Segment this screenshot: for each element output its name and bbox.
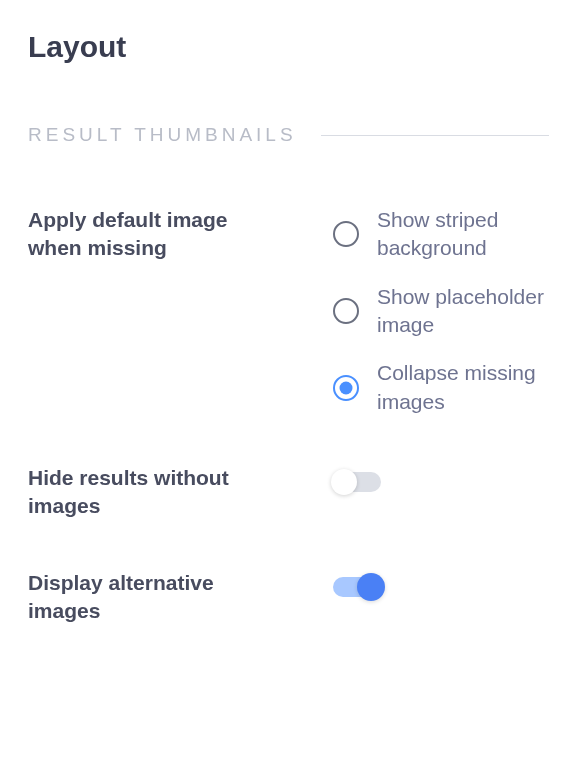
setting-label-default-image: Apply default image when missing [28, 206, 253, 263]
toggle-knob [357, 573, 385, 601]
radio-label: Show striped background [377, 206, 549, 263]
toggle-knob [331, 469, 357, 495]
setting-display-alternative: Display alternative images [28, 569, 549, 626]
section-header: RESULT THUMBNAILS [28, 124, 549, 146]
radio-label: Show placeholder image [377, 283, 549, 340]
setting-control-display-alternative [253, 569, 549, 597]
radio-label: Collapse missing images [377, 359, 549, 416]
radio-option-collapse-missing[interactable]: Collapse missing images [333, 359, 549, 416]
setting-hide-without-images: Hide results without images [28, 464, 549, 521]
radio-icon [333, 221, 359, 247]
radio-option-placeholder-image[interactable]: Show placeholder image [333, 283, 549, 340]
setting-control-hide-without-images [253, 464, 549, 492]
toggle-hide-without-images[interactable] [333, 472, 381, 492]
radio-icon-selected [333, 375, 359, 401]
radio-group-default-image: Show striped background Show placeholder… [333, 206, 549, 416]
section-divider [321, 135, 549, 136]
radio-icon [333, 298, 359, 324]
page-title: Layout [28, 30, 549, 64]
setting-label-display-alternative: Display alternative images [28, 569, 253, 626]
section-title: RESULT THUMBNAILS [28, 124, 297, 146]
setting-label-hide-without-images: Hide results without images [28, 464, 253, 521]
toggle-display-alternative[interactable] [333, 577, 381, 597]
setting-control-default-image: Show striped background Show placeholder… [253, 206, 549, 416]
radio-option-striped-background[interactable]: Show striped background [333, 206, 549, 263]
setting-default-image: Apply default image when missing Show st… [28, 206, 549, 416]
